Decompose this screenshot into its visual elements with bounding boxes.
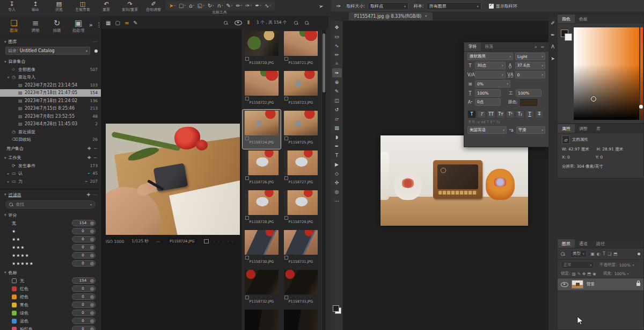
remove-collection-icon[interactable]: − <box>93 146 98 151</box>
rotate-tool[interactable]: ↻▾ <box>206 3 216 9</box>
pen-tool[interactable]: ✒ <box>332 141 342 150</box>
filter-toggle-dot[interactable] <box>638 253 640 255</box>
rating-dots[interactable]: · · · · · <box>251 296 273 299</box>
filter-color-blue[interactable]: 蓝色 0 <box>0 317 101 325</box>
tab-libraries[interactable]: 库 <box>592 124 605 133</box>
thumb-P1158723[interactable]: · · · · · P1158723.JPG <box>282 70 320 109</box>
rating-dots[interactable]: · · · · · <box>290 176 312 180</box>
gradient-tool[interactable]: ▨ <box>332 123 342 132</box>
clone-stamp-tool[interactable]: ◫ <box>332 96 342 105</box>
rating-square-icon[interactable] <box>245 216 249 220</box>
remove-folder-icon[interactable]: − <box>93 155 98 160</box>
filter-smart-icon[interactable]: ⬒ <box>613 252 618 256</box>
character-panel-icon[interactable]: A <box>551 44 554 49</box>
path-select-tool[interactable]: ▶ <box>332 160 342 169</box>
collapse-caret-icon[interactable]: ▾ <box>4 213 6 217</box>
show-ring-checkbox[interactable] <box>489 4 494 9</box>
rating-dots[interactable]: · · · · · <box>290 57 312 60</box>
filter-count-toggle[interactable]: 0 <box>72 293 96 300</box>
rating-square-icon[interactable] <box>245 97 249 101</box>
zoom-in-icon[interactable] <box>305 21 309 25</box>
scrollbar-thumb[interactable] <box>323 33 325 92</box>
filter-kind-select[interactable]: 类型 ▾ <box>570 250 587 257</box>
background-swatch[interactable] <box>565 33 572 41</box>
keystone-tool[interactable]: ◱▾ <box>196 3 206 9</box>
text-color-swatch[interactable] <box>520 99 537 106</box>
type-tool[interactable]: T <box>332 150 342 160</box>
rating-square-icon[interactable] <box>284 256 288 260</box>
thumb-P1158731[interactable]: · · · · · P1158731.JPG <box>282 229 320 268</box>
browse-button[interactable]: ▤ 浏览 <box>47 0 71 12</box>
rating-dots[interactable]: · · · · · <box>251 216 273 219</box>
strikethrough-button[interactable]: T <box>535 110 544 118</box>
eraser-tool[interactable]: ▱ <box>332 114 342 123</box>
row-recent-captures[interactable]: ◷ 最近捕捉 <box>0 128 101 136</box>
collapse-caret-icon[interactable]: ▾ <box>4 156 6 160</box>
section-more-icon[interactable]: ⋯ <box>93 39 98 44</box>
collapse-caret-icon[interactable]: ▾ <box>4 60 6 64</box>
rating-dots[interactable]: · · · · · <box>290 296 312 299</box>
thumb-P1158725[interactable]: · · · · · P1158725.JPG <box>282 110 320 149</box>
add-filter-icon[interactable]: ✚ <box>87 192 91 197</box>
all-caps-button[interactable]: TT <box>487 110 495 118</box>
lock-artboard-icon[interactable]: ⬒ <box>587 271 591 276</box>
shape-tool[interactable]: ◇ <box>332 169 342 178</box>
tab-character[interactable]: 字符 <box>464 42 481 51</box>
filter-rating-2[interactable]: ★★ 0 <box>0 235 101 243</box>
thumb-P1158732[interactable]: · · · · · P1158732.JPG <box>243 269 281 308</box>
thumb-P1158721[interactable]: · · · · · P1158721.JPG <box>282 30 320 69</box>
zoom-out-icon[interactable] <box>294 21 298 25</box>
toolbar-ellipsis[interactable]: ⋯ <box>332 196 342 205</box>
select-cursor-tool[interactable]: ➤▾ <box>167 3 177 9</box>
rating-dots[interactable]: · · · · · <box>290 97 312 100</box>
font-size-select[interactable]: 30点▾ <box>475 62 506 69</box>
single-view-icon[interactable]: ▢ <box>115 20 120 26</box>
faux-italic-button[interactable]: T <box>477 110 486 118</box>
thumb-P1158724[interactable]: · · · · · P1158724.JPG <box>243 110 281 149</box>
erase-tool[interactable]: ✑▾ <box>244 3 253 9</box>
review-button[interactable]: ◫ 主视查看 <box>71 0 94 12</box>
rating-dots[interactable]: · · · · · <box>211 239 236 244</box>
eyedropper-tool[interactable]: ✑ <box>332 68 342 77</box>
collapse-caret-icon[interactable]: ▾ <box>4 192 6 197</box>
thumb-P1158730[interactable]: · · · · · P1158730.JPG <box>243 229 281 268</box>
auto-adjust-button[interactable]: ✐ 自动调整 <box>142 0 165 12</box>
tab-paths[interactable]: 路径 <box>592 239 609 248</box>
rating-square-icon[interactable] <box>284 216 288 220</box>
marquee-tool[interactable]: ▭ <box>332 32 342 41</box>
filter-color-orange[interactable]: 橙色 0 <box>0 293 101 301</box>
layer-thumbnail[interactable] <box>572 280 583 289</box>
superscript-button[interactable]: T¹ <box>506 110 515 118</box>
fill-value[interactable]: 100% <box>614 271 625 276</box>
lock-pixels-icon[interactable]: ✎ <box>577 271 581 276</box>
rating-square-icon[interactable] <box>284 57 288 61</box>
rating-dots[interactable]: · · · · · <box>251 97 273 100</box>
rating-dots[interactable]: · · · · · <box>290 216 312 219</box>
filter-color-pink[interactable]: 粉红色 0 <box>0 325 101 330</box>
tab-swatches[interactable]: 色板 <box>575 15 592 23</box>
filter-count-toggle[interactable]: 0 <box>72 260 96 267</box>
expand-caret-icon[interactable]: ▾ <box>8 75 12 79</box>
language-select[interactable]: 美国英语▾ <box>467 126 507 134</box>
crop-tool[interactable]: ▢▾ <box>177 3 187 9</box>
sidebar-menu-icon[interactable]: ⋮ <box>92 18 101 28</box>
curve-tool[interactable]: ∩▾ <box>216 3 225 9</box>
panel-menu-icon[interactable]: » ≡ <box>535 45 548 49</box>
row-events[interactable]: ⟳ 发生事件 173 <box>0 162 101 170</box>
filter-rating-1[interactable]: ★ 0 <box>0 227 101 235</box>
row-folder-2[interactable]: ▸ ▭ 力 – 207 <box>0 177 101 185</box>
tab-capture[interactable]: ↻ 拍摄 <box>46 18 68 33</box>
layer-row-background[interactable]: 背景 <box>558 278 643 290</box>
filter-adjustment-icon[interactable]: ◐ <box>597 252 601 256</box>
paths-panel-icon[interactable]: ✒ <box>551 32 555 38</box>
zoom-tool[interactable]: ◎ <box>332 187 342 196</box>
hue-slider-handle[interactable] <box>639 105 643 109</box>
brush-tool[interactable]: ✎ <box>332 87 342 96</box>
collapse-caret-icon[interactable]: ▾ <box>4 40 6 44</box>
row-import-5[interactable]: ▤ 2023年7月8日 23:52:55 48 <box>0 112 101 120</box>
row-import-2[interactable]: ▤ 2023年7月18日 21:47:05 154 <box>0 89 101 97</box>
spot-heal-tool[interactable]: ⊕ <box>332 77 342 87</box>
filter-color-green[interactable]: 绿色 0 <box>0 309 101 317</box>
baseline-shift-input[interactable]: 0点 <box>475 98 501 106</box>
fg-bg-swatches[interactable] <box>561 30 572 40</box>
